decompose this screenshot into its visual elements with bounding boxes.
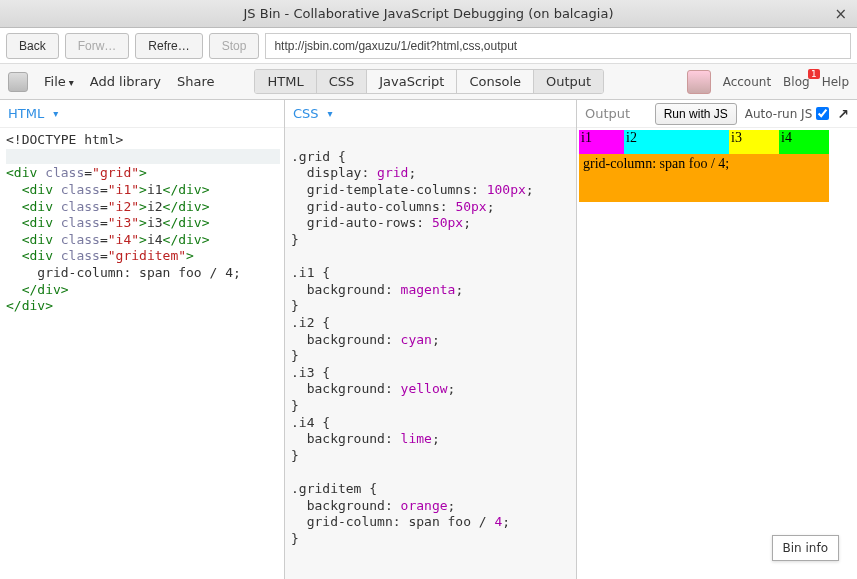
code-line: <!DOCTYPE html> bbox=[6, 132, 123, 147]
grid-cell-i3: i3 bbox=[729, 130, 779, 154]
grid-cell-i2: i2 bbox=[624, 130, 729, 154]
close-icon[interactable]: × bbox=[834, 5, 847, 23]
window-titlebar: JS Bin - Collaborative JavaScript Debugg… bbox=[0, 0, 857, 28]
stop-button[interactable]: Stop bbox=[209, 33, 260, 59]
caret-down-icon: ▾ bbox=[53, 108, 58, 119]
code-cursor-line bbox=[6, 149, 280, 164]
html-pane-label: HTML bbox=[8, 106, 44, 121]
caret-down-icon: ▾ bbox=[328, 108, 333, 119]
grid-cell-i4: i4 bbox=[779, 130, 829, 154]
account-link[interactable]: Account bbox=[723, 75, 771, 89]
run-with-js-button[interactable]: Run with JS bbox=[655, 103, 737, 125]
css-pane-label: CSS bbox=[293, 106, 319, 121]
refresh-button[interactable]: Refre… bbox=[135, 33, 202, 59]
css-pane: CSS▾ .grid { display: grid; grid-templat… bbox=[285, 100, 577, 579]
workspace: HTML▾ <!DOCTYPE html> <div class="grid">… bbox=[0, 100, 857, 579]
output-pane: Output Run with JS Auto-run JS ↗ i1 i2 i… bbox=[577, 100, 857, 579]
blog-link[interactable]: Blog 1 bbox=[783, 75, 810, 89]
blog-badge: 1 bbox=[808, 69, 820, 79]
autorun-label: Auto-run JS bbox=[745, 107, 813, 121]
window-title: JS Bin - Collaborative JavaScript Debugg… bbox=[244, 6, 614, 21]
html-editor[interactable]: <!DOCTYPE html> <div class="grid"> <div … bbox=[0, 128, 284, 579]
avatar[interactable] bbox=[687, 70, 711, 94]
html-pane-header[interactable]: HTML▾ bbox=[0, 100, 284, 128]
tab-output[interactable]: Output bbox=[534, 70, 603, 93]
tab-console[interactable]: Console bbox=[457, 70, 534, 93]
css-pane-header[interactable]: CSS▾ bbox=[285, 100, 576, 128]
css-editor[interactable]: .grid { display: grid; grid-template-col… bbox=[285, 128, 576, 579]
rendered-grid: i1 i2 i3 i4 grid-column: span foo / 4; bbox=[579, 130, 855, 178]
output-pane-label: Output bbox=[585, 106, 630, 121]
forward-button[interactable]: Forw… bbox=[65, 33, 130, 59]
grid-cell-i1: i1 bbox=[579, 130, 624, 154]
html-pane: HTML▾ <!DOCTYPE html> <div class="grid">… bbox=[0, 100, 285, 579]
jsbin-icon[interactable] bbox=[8, 72, 28, 92]
tab-javascript[interactable]: JavaScript bbox=[367, 70, 457, 93]
share-menu[interactable]: Share bbox=[177, 74, 215, 89]
autorun-toggle[interactable]: Auto-run JS bbox=[745, 107, 830, 121]
browser-navbar: Back Forw… Refre… Stop bbox=[0, 28, 857, 64]
url-input[interactable] bbox=[265, 33, 851, 59]
file-menu-label: File bbox=[44, 74, 66, 89]
tab-html[interactable]: HTML bbox=[255, 70, 316, 93]
panel-tabs: HTML CSS JavaScript Console Output bbox=[254, 69, 604, 94]
popout-icon[interactable]: ↗ bbox=[837, 106, 849, 122]
back-button[interactable]: Back bbox=[6, 33, 59, 59]
autorun-checkbox[interactable] bbox=[816, 107, 829, 120]
bin-info-button[interactable]: Bin info bbox=[772, 535, 840, 561]
blog-label: Blog bbox=[783, 75, 810, 89]
caret-down-icon: ▾ bbox=[69, 77, 74, 88]
jsbin-toolbar: File▾ Add library Share HTML CSS JavaScr… bbox=[0, 64, 857, 100]
add-library-menu[interactable]: Add library bbox=[90, 74, 161, 89]
help-link[interactable]: Help bbox=[822, 75, 849, 89]
file-menu[interactable]: File▾ bbox=[44, 74, 74, 89]
output-pane-header: Output Run with JS Auto-run JS ↗ bbox=[577, 100, 857, 128]
grid-item-orange: grid-column: span foo / 4; bbox=[579, 154, 829, 202]
tab-css[interactable]: CSS bbox=[317, 70, 368, 93]
output-render-area: i1 i2 i3 i4 grid-column: span foo / 4; bbox=[577, 128, 857, 579]
